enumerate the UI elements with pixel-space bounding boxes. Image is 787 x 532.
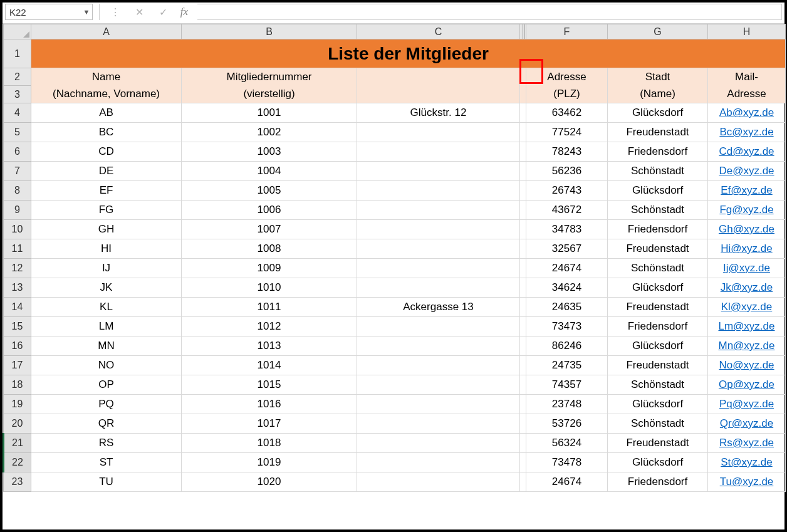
- cell-name[interactable]: EF: [31, 181, 182, 201]
- cell-mail[interactable]: Rs@xyz.de: [708, 434, 786, 453]
- mail-link[interactable]: Ij@xyz.de: [723, 262, 770, 274]
- cell-name[interactable]: RS: [31, 434, 182, 453]
- hidden-columns-indicator[interactable]: [520, 24, 526, 39]
- mail-link[interactable]: De@xyz.de: [719, 165, 774, 177]
- cell-name[interactable]: DE: [31, 162, 182, 181]
- mail-link[interactable]: Lm@xyz.de: [718, 320, 774, 332]
- hdr-city[interactable]: Stadt: [608, 68, 708, 86]
- table-row[interactable]: 16 MN 1013 86246 Glücksdorf Mn@xyz.de: [4, 336, 786, 356]
- row-header-17[interactable]: 17: [4, 356, 31, 375]
- cell-city[interactable]: Schönstadt: [608, 162, 708, 181]
- cell-mail[interactable]: Gh@xyz.de: [708, 220, 786, 239]
- cell-hidden[interactable]: [520, 103, 526, 123]
- cell-mail[interactable]: Mn@xyz.de: [708, 336, 786, 356]
- hdr2-address[interactable]: (PLZ): [526, 86, 608, 103]
- cell-plz[interactable]: 34624: [526, 278, 608, 298]
- cell-mail[interactable]: Ij@xyz.de: [708, 259, 786, 278]
- cell-number[interactable]: 1018: [182, 434, 357, 453]
- cell-number[interactable]: 1003: [182, 142, 357, 162]
- mail-link[interactable]: Op@xyz.de: [719, 378, 774, 390]
- cell-hidden[interactable]: [520, 453, 526, 472]
- cell-city[interactable]: Freudenstadt: [608, 123, 708, 142]
- hdr-address[interactable]: Adresse: [526, 68, 608, 86]
- cell-hidden[interactable]: [520, 201, 526, 220]
- hdr-hidden[interactable]: [520, 68, 526, 86]
- cell-street[interactable]: Ackergasse 13: [357, 298, 520, 317]
- col-header-B[interactable]: B: [182, 24, 357, 39]
- cell-plz[interactable]: 53726: [526, 414, 608, 434]
- cell-hidden[interactable]: [520, 239, 526, 259]
- cell-hidden[interactable]: [520, 414, 526, 434]
- cell-name[interactable]: CD: [31, 142, 182, 162]
- cell-number[interactable]: 1020: [182, 472, 357, 492]
- hdr2-hidden[interactable]: [520, 86, 526, 103]
- cell-number[interactable]: 1008: [182, 239, 357, 259]
- col-header-A[interactable]: A: [31, 24, 182, 39]
- cell-street[interactable]: [357, 375, 520, 395]
- cell-number[interactable]: 1005: [182, 181, 357, 201]
- name-box-input[interactable]: [6, 7, 81, 18]
- cell-plz[interactable]: 78243: [526, 142, 608, 162]
- mail-link[interactable]: Cd@xyz.de: [719, 145, 774, 157]
- cell-number[interactable]: 1014: [182, 356, 357, 375]
- cell-street[interactable]: [357, 239, 520, 259]
- row-header-11[interactable]: 11: [4, 239, 31, 259]
- col-header-G[interactable]: G: [608, 24, 708, 39]
- cell-name[interactable]: JK: [31, 278, 182, 298]
- cell-number[interactable]: 1006: [182, 201, 357, 220]
- cell-name[interactable]: NO: [31, 356, 182, 375]
- cell-mail[interactable]: Qr@xyz.de: [708, 414, 786, 434]
- cell-city[interactable]: Freudenstadt: [608, 434, 708, 453]
- cell-city[interactable]: Freudenstadt: [608, 239, 708, 259]
- cell-city[interactable]: Schönstadt: [608, 201, 708, 220]
- mail-link[interactable]: Ab@xyz.de: [719, 107, 774, 118]
- cell-street[interactable]: [357, 356, 520, 375]
- table-row[interactable]: 6 CD 1003 78243 Friedensdorf Cd@xyz.de: [4, 142, 786, 162]
- name-box-dropdown-icon[interactable]: ▼: [81, 8, 92, 16]
- row-header-10[interactable]: 10: [4, 220, 31, 239]
- mail-link[interactable]: Gh@xyz.de: [719, 223, 774, 235]
- cell-hidden[interactable]: [520, 298, 526, 317]
- cell-name[interactable]: TU: [31, 472, 182, 492]
- table-row[interactable]: 15 LM 1012 73473 Friedensdorf Lm@xyz.de: [4, 317, 786, 336]
- cell-name[interactable]: IJ: [31, 259, 182, 278]
- cell-mail[interactable]: Op@xyz.de: [708, 375, 786, 395]
- cell-mail[interactable]: Pq@xyz.de: [708, 395, 786, 414]
- cell-number[interactable]: 1015: [182, 375, 357, 395]
- cell-hidden[interactable]: [520, 278, 526, 298]
- cell-city[interactable]: Schönstadt: [608, 414, 708, 434]
- cell-city[interactable]: Freudenstadt: [608, 298, 708, 317]
- cell-plz[interactable]: 24674: [526, 472, 608, 492]
- cell-mail[interactable]: Fg@xyz.de: [708, 201, 786, 220]
- hdr2-name[interactable]: (Nachname, Vorname): [31, 86, 182, 103]
- hdr-mail[interactable]: Mail-: [708, 68, 786, 86]
- cell-hidden[interactable]: [520, 220, 526, 239]
- cell-plz[interactable]: 24674: [526, 259, 608, 278]
- table-row[interactable]: 17 NO 1014 24735 Freudenstadt No@xyz.de: [4, 356, 786, 375]
- cell-number[interactable]: 1013: [182, 336, 357, 356]
- cell-plz[interactable]: 74357: [526, 375, 608, 395]
- cell-street[interactable]: [357, 395, 520, 414]
- col-header-C[interactable]: C: [357, 24, 520, 39]
- table-row[interactable]: 7 DE 1004 56236 Schönstadt De@xyz.de: [4, 162, 786, 181]
- table-row[interactable]: 4 AB 1001 Glückstr. 12 63462 Glücksdorf …: [4, 103, 786, 123]
- cell-name[interactable]: QR: [31, 414, 182, 434]
- cell-city[interactable]: Glücksdorf: [608, 278, 708, 298]
- cell-number[interactable]: 1016: [182, 395, 357, 414]
- cell-hidden[interactable]: [520, 434, 526, 453]
- cell-hidden[interactable]: [520, 336, 526, 356]
- cell-city[interactable]: Glücksdorf: [608, 181, 708, 201]
- cancel-icon[interactable]: ✕: [127, 4, 151, 20]
- mail-link[interactable]: Ef@xyz.de: [721, 184, 772, 196]
- cell-street[interactable]: [357, 162, 520, 181]
- hdr-number[interactable]: Mitgliedernummer: [182, 68, 357, 86]
- row-header-2[interactable]: 2: [4, 68, 31, 86]
- cell-mail[interactable]: Jk@xyz.de: [708, 278, 786, 298]
- row-header-1[interactable]: 1: [4, 39, 31, 68]
- col-header-F[interactable]: F: [526, 24, 608, 39]
- cell-mail[interactable]: Ef@xyz.de: [708, 181, 786, 201]
- cell-city[interactable]: Friedensdorf: [608, 472, 708, 492]
- table-row[interactable]: 12 IJ 1009 24674 Schönstadt Ij@xyz.de: [4, 259, 786, 278]
- cell-city[interactable]: Friedensdorf: [608, 142, 708, 162]
- row-header-14[interactable]: 14: [4, 298, 31, 317]
